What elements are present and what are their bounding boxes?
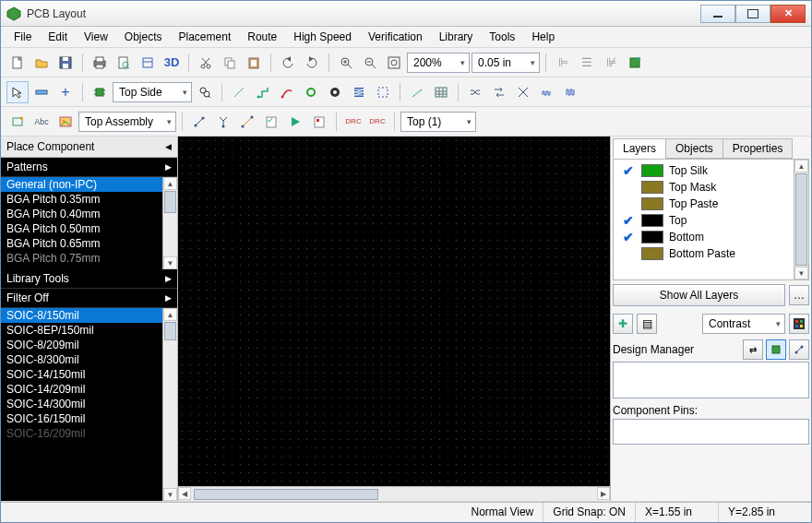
color-swatch[interactable] [641, 247, 663, 260]
tab-properties[interactable]: Properties [722, 138, 794, 159]
arc-route-icon[interactable] [276, 81, 298, 103]
stop-icon[interactable] [308, 111, 330, 133]
zoom-window-icon[interactable] [383, 52, 405, 74]
color-swatch[interactable] [641, 197, 663, 210]
zoom-dropdown[interactable]: 200% [407, 53, 470, 73]
align-center-icon[interactable]: ☰ [576, 52, 598, 74]
scrollbar[interactable]: ▲ ▼ [162, 308, 177, 501]
scrollbar[interactable]: ▲ ▼ [794, 160, 808, 279]
route-icon[interactable] [252, 81, 274, 103]
rect-icon[interactable] [6, 111, 29, 133]
layer-row[interactable]: Bottom Paste [614, 245, 808, 262]
run-icon[interactable] [284, 111, 306, 133]
table-icon[interactable] [430, 81, 452, 103]
menu-placement[interactable]: Placement [172, 29, 239, 45]
drc2-icon[interactable]: DRC [366, 111, 388, 133]
image-icon[interactable] [54, 111, 77, 133]
place-component-header[interactable]: Place Component ◀ [1, 137, 177, 158]
undo-icon[interactable] [277, 52, 299, 74]
list-item[interactable]: SOIC-14/150mil [1, 367, 177, 382]
design-manager-list[interactable] [613, 362, 809, 398]
tune-v-icon[interactable] [560, 81, 582, 103]
dm-net-button[interactable] [789, 339, 809, 360]
list-item[interactable]: SOIC-8/209mil [1, 338, 177, 352]
check-icon[interactable] [621, 165, 636, 176]
zoom-in-icon[interactable] [335, 52, 357, 74]
menu-verification[interactable]: Verification [361, 29, 430, 45]
swap-icon[interactable] [488, 81, 510, 103]
grid-dropdown[interactable]: 0.05 in [472, 53, 540, 73]
keepout-icon[interactable] [372, 81, 394, 103]
origin-icon[interactable]: + [54, 81, 77, 103]
show-all-layers-button[interactable]: Show All Layers [613, 284, 785, 306]
tab-layers[interactable]: Layers [613, 138, 666, 159]
list-item[interactable]: SOIC-16/209mil [1, 426, 177, 441]
find-icon[interactable] [194, 81, 216, 103]
menu-view[interactable]: View [77, 29, 115, 45]
list-item[interactable]: BGA Pitch 0.75mm [1, 251, 177, 266]
scrollbar[interactable]: ▲ ▼ [162, 177, 177, 269]
new-icon[interactable] [6, 52, 29, 74]
layer-row[interactable]: Top Mask [614, 179, 808, 196]
more-button[interactable]: … [789, 285, 809, 305]
menu-edit[interactable]: Edit [41, 29, 75, 45]
dm-sort-button[interactable]: ⇄ [743, 339, 763, 360]
component-icon[interactable] [89, 81, 111, 103]
diff-pair-icon[interactable] [464, 81, 486, 103]
menu-library[interactable]: Library [432, 29, 481, 45]
list-item[interactable]: SOIC-8/300mil [1, 352, 177, 367]
color-swatch[interactable] [641, 214, 663, 227]
list-item[interactable]: SOIC-14/300mil [1, 397, 177, 411]
patterns-header[interactable]: Patterns ▶ [1, 158, 177, 177]
align-right-icon[interactable]: ⊯ [600, 52, 622, 74]
menu-highspeed[interactable]: High Speed [286, 29, 359, 45]
pcb-canvas[interactable] [178, 137, 610, 486]
list-item[interactable]: BGA Pitch 0.35mm [1, 192, 177, 207]
pointer-icon[interactable] [6, 81, 29, 103]
maximize-button[interactable] [735, 5, 770, 23]
menu-help[interactable]: Help [524, 29, 562, 45]
list-item[interactable]: BGA Pitch 0.40mm [1, 207, 177, 221]
net-icon[interactable] [188, 111, 210, 133]
minimize-button[interactable] [700, 5, 735, 23]
cut-icon[interactable] [195, 52, 217, 74]
fill-icon[interactable] [348, 81, 370, 103]
open-icon[interactable] [30, 52, 53, 74]
menu-objects[interactable]: Objects [117, 29, 170, 45]
close-button[interactable] [770, 5, 806, 23]
align-left-icon[interactable]: ⊫ [552, 52, 574, 74]
line-icon[interactable] [228, 81, 250, 103]
library-tools-header[interactable]: Library Tools ▶ [1, 269, 177, 289]
filter-header[interactable]: Filter Off ▶ [1, 289, 177, 308]
horizontal-scrollbar[interactable]: ◀ ▶ [178, 486, 610, 501]
color-swatch[interactable] [641, 164, 663, 177]
check-icon[interactable] [621, 215, 636, 226]
list-item[interactable]: SOIC-8/150mil [1, 308, 177, 323]
titles-icon[interactable] [137, 52, 159, 74]
ruler-icon[interactable] [30, 81, 53, 103]
list-item[interactable]: BGA Pitch 0.50mm [1, 221, 177, 236]
zoom-out-icon[interactable] [359, 52, 381, 74]
checklist-icon[interactable] [260, 111, 282, 133]
assembly-dropdown[interactable]: Top Assembly [78, 112, 176, 132]
component-pins-list[interactable] [613, 419, 809, 445]
list-item[interactable]: SOIC-8EP/150mil [1, 323, 177, 338]
layer-row[interactable]: Top Paste [614, 196, 808, 212]
check-icon[interactable] [621, 182, 636, 193]
list-item[interactable]: SOIC-16/150mil [1, 411, 177, 426]
list-item[interactable]: SOIC-14/209mil [1, 382, 177, 397]
layers-icon[interactable] [624, 52, 646, 74]
list-item[interactable]: BGA Pitch 0.65mm [1, 236, 177, 251]
layer-side-dropdown[interactable]: Top Side [113, 82, 192, 102]
save-icon[interactable] [54, 52, 77, 74]
copy-icon[interactable] [219, 52, 241, 74]
color-picker-button[interactable] [789, 314, 809, 334]
color-swatch[interactable] [641, 181, 663, 194]
layer-props-button[interactable]: ▤ [637, 314, 657, 334]
check-icon[interactable] [621, 232, 636, 243]
check-icon[interactable] [621, 248, 636, 259]
drc1-icon[interactable]: DRC [342, 111, 364, 133]
via-icon[interactable] [300, 81, 322, 103]
fanout-icon[interactable] [212, 111, 234, 133]
menu-file[interactable]: File [6, 29, 39, 45]
